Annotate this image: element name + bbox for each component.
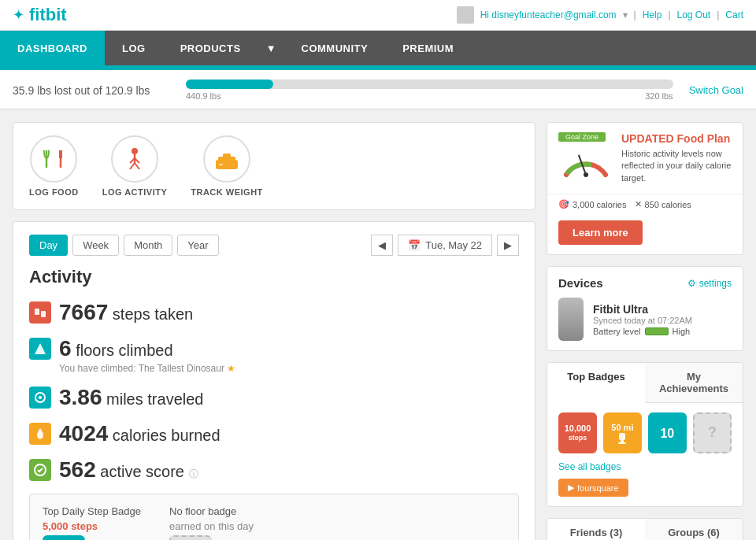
- food-plan-calorie-row: 🎯 3,000 calories ✕ 850 calories: [547, 194, 743, 214]
- floors-value-wrap: 6 floors climbed: [59, 336, 235, 361]
- user-email[interactable]: Hi disneyfunteacher@gmail.com: [480, 9, 617, 20]
- updated-label: UPDATED Food Plan: [621, 132, 732, 145]
- calendar-icon: 📅: [408, 239, 421, 251]
- badges-content: 10,000 steps 50 mi 10 ? See all badges ▶: [547, 403, 743, 506]
- calories-row: 4024 calories burned: [29, 421, 519, 446]
- steps-label: steps taken: [113, 305, 193, 323]
- switch-goal-link[interactable]: Switch Goal: [689, 84, 743, 96]
- activity-title: Activity: [29, 267, 519, 287]
- date-nav: Day Week Month Year ◀ 📅 Tue, May 22 ▶: [29, 235, 519, 256]
- calorie-item-2: ✕ 850 calories: [635, 199, 691, 209]
- floors-label: floors climbed: [76, 342, 172, 359]
- logo-text: fitbit: [29, 5, 67, 25]
- date-tab-day[interactable]: Day: [29, 235, 68, 256]
- miles-value-wrap: 3.86 miles traveled: [59, 385, 203, 410]
- gauge-wrap: Goal Zone: [558, 132, 613, 176]
- score-content: 562 active score ⓘ: [59, 457, 198, 483]
- badge-locked: ?: [693, 412, 732, 453]
- info-icon[interactable]: ⓘ: [189, 468, 198, 479]
- log-food-action[interactable]: LOG FOOD: [29, 135, 79, 197]
- calories-icon: [29, 423, 51, 445]
- cart-link[interactable]: Cart: [725, 9, 743, 20]
- progress-bar-fill: [186, 80, 273, 89]
- foursquare-label: foursquare: [577, 483, 619, 493]
- badge-section: Top Daily Step Badge 5,000 steps 5000 st…: [29, 494, 519, 540]
- nav-products[interactable]: PRODUCTS: [163, 31, 258, 65]
- calories-value: 4024: [59, 421, 108, 446]
- updated-rest: Food Plan: [674, 132, 731, 145]
- log-food-label: LOG FOOD: [29, 187, 79, 197]
- svg-line-6: [130, 163, 135, 169]
- foursquare-btn[interactable]: ▶ foursquare: [558, 479, 628, 497]
- score-value-wrap: 562 active score ⓘ: [59, 457, 198, 483]
- top-bar: ✦ fitbit Hi disneyfunteacher@gmail.com ▾…: [0, 0, 756, 31]
- user-info: Hi disneyfunteacher@gmail.com ▾ | Help |…: [457, 6, 743, 24]
- separator: |: [717, 9, 719, 20]
- tab-my-achievements[interactable]: My Achievements: [645, 363, 743, 402]
- nav-log[interactable]: LOG: [105, 31, 163, 65]
- logout-link[interactable]: Log Out: [677, 9, 711, 20]
- log-activity-action[interactable]: LOG ACTIVITY: [102, 135, 168, 197]
- svg-line-7: [135, 163, 139, 169]
- separator: |: [634, 9, 636, 20]
- device-img: [558, 298, 584, 341]
- floors-row: 6 floors climbed You have climbed: The T…: [29, 336, 519, 374]
- svg-rect-11: [219, 164, 223, 165]
- tab-top-badges[interactable]: Top Badges: [547, 363, 645, 403]
- svg-rect-20: [619, 433, 625, 440]
- current-date: Tue, May 22: [425, 239, 482, 251]
- track-weight-label: TRACK WEIGHT: [191, 187, 263, 197]
- floors-value: 6: [59, 336, 72, 361]
- device-info: Fitbit Ultra Synced today at 07:22AM Bat…: [593, 303, 732, 336]
- calorie2-value: 850 calories: [645, 200, 691, 209]
- date-prev-btn[interactable]: ◀: [371, 235, 393, 256]
- battery-status: High: [673, 327, 691, 336]
- tab-groups[interactable]: Groups (6): [645, 519, 743, 540]
- nav-products-dropdown[interactable]: ▼: [258, 31, 284, 65]
- see-all-link[interactable]: See all badges: [558, 461, 732, 472]
- calorie1-value: 3,000 calories: [573, 200, 627, 209]
- log-activity-icon: [111, 135, 158, 183]
- date-tab-year[interactable]: Year: [177, 235, 218, 256]
- weight-left-label: 440.9 lbs: [186, 91, 221, 101]
- floors-icon: [29, 338, 51, 360]
- fork-knife-svg: [39, 144, 69, 174]
- steps-icon: [29, 301, 51, 324]
- tab-friends[interactable]: Friends (3): [547, 519, 645, 540]
- date-tab-week[interactable]: Week: [72, 235, 119, 256]
- badge-placeholder: ?: [169, 535, 212, 540]
- settings-link[interactable]: ⚙ settings: [687, 278, 732, 289]
- device-row: Fitbit Ultra Synced today at 07:22AM Bat…: [558, 298, 732, 341]
- step-badge-img: 5000 steps: [43, 535, 85, 540]
- battery-row: Battery level High: [593, 327, 732, 336]
- floors-content: 6 floors climbed You have climbed: The T…: [59, 336, 235, 374]
- score-icon: [29, 459, 51, 481]
- food-plan-header: Goal Zone UPDATED Food Plan Historic act…: [547, 123, 743, 194]
- nav-community[interactable]: COMMUNITY: [284, 31, 386, 65]
- track-weight-action[interactable]: TRACK WEIGHT: [191, 135, 263, 197]
- trophy-icon: [614, 433, 630, 444]
- left-panel: LOG FOOD LOG ACTIVITY: [13, 122, 536, 540]
- miles-label: miles traveled: [106, 390, 203, 408]
- nav-dashboard[interactable]: DASHBOARD: [0, 31, 105, 65]
- steps-value: 7667: [59, 300, 108, 324]
- date-tab-month[interactable]: Month: [124, 235, 172, 256]
- score-value: 562: [59, 457, 96, 482]
- quick-actions: LOG FOOD LOG ACTIVITY: [13, 122, 536, 210]
- steps-value-wrap: 7667 steps taken: [59, 300, 193, 325]
- battery-label: Battery level: [593, 327, 641, 336]
- gauge-svg: [558, 145, 613, 180]
- score-row: 562 active score ⓘ: [29, 457, 519, 483]
- updated-prefix: UPDATED: [621, 132, 674, 145]
- user-avatar: [457, 6, 474, 24]
- svg-rect-13: [41, 311, 46, 317]
- badge1-line1: 10,000: [565, 423, 591, 434]
- badge-right: No floor badge earned on this day ?: [169, 505, 254, 540]
- learn-more-btn[interactable]: Learn more: [558, 220, 643, 245]
- nav-bar: DASHBOARD LOG PRODUCTS ▼ COMMUNITY PREMI…: [0, 31, 756, 65]
- help-link[interactable]: Help: [643, 9, 662, 20]
- badge1-line2: steps: [569, 434, 587, 442]
- badge-highlight: 5,000 steps: [43, 520, 141, 532]
- nav-premium[interactable]: PREMIUM: [385, 31, 471, 65]
- date-next-btn[interactable]: ▶: [497, 235, 519, 256]
